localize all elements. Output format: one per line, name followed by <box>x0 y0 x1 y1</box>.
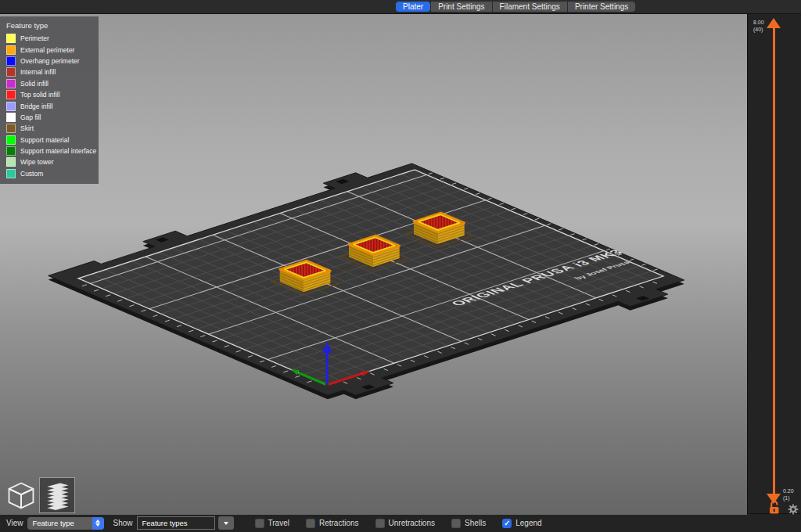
top-solid-infill-swatch <box>6 90 16 99</box>
legend-item: Overhang perimeter <box>6 56 95 66</box>
legend-item: Perimeter <box>6 33 95 44</box>
layers-view-icon <box>41 480 73 511</box>
legend-checkbox[interactable] <box>502 519 512 528</box>
prusaslicer-window: Plater Print Settings Filament Settings … <box>0 0 801 532</box>
top-tab-bar: Plater Print Settings Filament Settings … <box>0 0 801 14</box>
unretractions-checkbox[interactable] <box>375 519 385 528</box>
feature-type-legend: Feature type Perimeter External perimete… <box>0 16 99 184</box>
popup-stepper-icon <box>92 517 104 530</box>
3d-preview-viewport[interactable]: ORIGINAL PRUSA i3 MK3 by Josef Prusa <box>0 14 747 515</box>
legend-checkbox-label: Legend <box>515 519 541 527</box>
unretractions-checkbox-label: Unretractions <box>389 519 435 527</box>
legend-item: Wipe tower <box>6 156 95 167</box>
view-label: View <box>6 519 23 527</box>
wipe-tower-swatch <box>6 157 16 167</box>
tab-printer-settings[interactable]: Printer Settings <box>568 2 635 12</box>
tab-print-settings[interactable]: Print Settings <box>431 2 491 12</box>
slider-settings-button[interactable] <box>788 504 799 515</box>
view-select-value: Feature type <box>27 519 92 527</box>
legend-item: Support material <box>6 135 95 146</box>
unretractions-checkbox-group[interactable]: Unretractions <box>375 519 435 528</box>
shells-checkbox-label: Shells <box>465 519 486 527</box>
show-label: Show <box>113 519 133 527</box>
legend-item: Bridge infill <box>6 100 95 111</box>
view-mode-switcher <box>4 478 74 512</box>
chevron-down-icon <box>224 522 228 525</box>
retractions-checkbox-label: Retractions <box>319 519 359 527</box>
skirt-swatch <box>6 124 16 133</box>
slider-min-layer: (1) <box>783 495 790 501</box>
support-material-swatch <box>6 135 16 145</box>
travel-checkbox-label: Travel <box>268 519 289 527</box>
shells-checkbox-group[interactable]: Shells <box>451 519 486 528</box>
retractions-checkbox-group[interactable]: Retractions <box>306 519 359 528</box>
view-select[interactable]: Feature type <box>27 517 104 530</box>
gear-icon <box>788 504 799 515</box>
slider-max-layer: (40) <box>753 27 763 33</box>
bridge-infill-swatch <box>6 102 16 111</box>
show-features-combobox[interactable]: Feature types <box>137 516 215 530</box>
3d-preview-canvas[interactable]: ORIGINAL PRUSA i3 MK3 by Josef Prusa <box>0 14 747 515</box>
legend-title: Feature type <box>6 21 95 30</box>
legend-checkbox-group[interactable]: Legend <box>502 519 541 528</box>
perimeter-swatch <box>6 34 16 43</box>
tab-filament-settings[interactable]: Filament Settings <box>493 2 567 12</box>
layer-slider-bar: 8.00 (40) 0.20 (1) <box>747 14 801 513</box>
settings-tabs: Plater Print Settings Filament Settings … <box>396 2 635 12</box>
slider-min-height: 0.20 <box>783 488 794 494</box>
legend-item: Gap fill <box>6 112 95 123</box>
lock-open-icon <box>769 501 780 514</box>
retractions-checkbox[interactable] <box>306 519 315 528</box>
show-features-dropdown-button[interactable] <box>218 516 234 530</box>
layer-slider-track[interactable] <box>773 27 775 496</box>
legend-item: Support material interface <box>6 146 95 156</box>
custom-swatch <box>6 169 16 178</box>
layer-slider-upper-handle[interactable] <box>767 18 781 28</box>
support-interface-swatch <box>6 146 16 156</box>
solid-infill-swatch <box>6 79 16 88</box>
show-features-value: Feature types <box>142 519 188 527</box>
slider-max-height: 8.00 <box>753 20 764 26</box>
legend-item: Skirt <box>6 123 95 134</box>
slider-lock-button[interactable] <box>769 501 780 514</box>
shells-checkbox[interactable] <box>451 519 461 528</box>
travel-checkbox-group[interactable]: Travel <box>255 519 289 528</box>
legend-item: External perimeter <box>6 44 95 55</box>
3d-editor-view-button[interactable] <box>4 478 38 512</box>
travel-checkbox[interactable] <box>255 519 264 528</box>
legend-item: Custom <box>6 168 95 179</box>
preview-toolbar: View Feature type Show Feature types Tra… <box>0 513 801 532</box>
gap-fill-swatch <box>6 113 16 122</box>
legend-item: Top solid infill <box>6 89 95 100</box>
preview-layers-view-button[interactable] <box>40 478 74 512</box>
tab-plater[interactable]: Plater <box>396 2 430 12</box>
internal-infill-swatch <box>6 67 16 77</box>
overhang-perimeter-swatch <box>6 56 16 66</box>
external-perimeter-swatch <box>6 45 16 55</box>
legend-item: Internal infill <box>6 66 95 77</box>
3d-view-icon <box>5 480 37 511</box>
legend-item: Solid infill <box>6 78 95 89</box>
